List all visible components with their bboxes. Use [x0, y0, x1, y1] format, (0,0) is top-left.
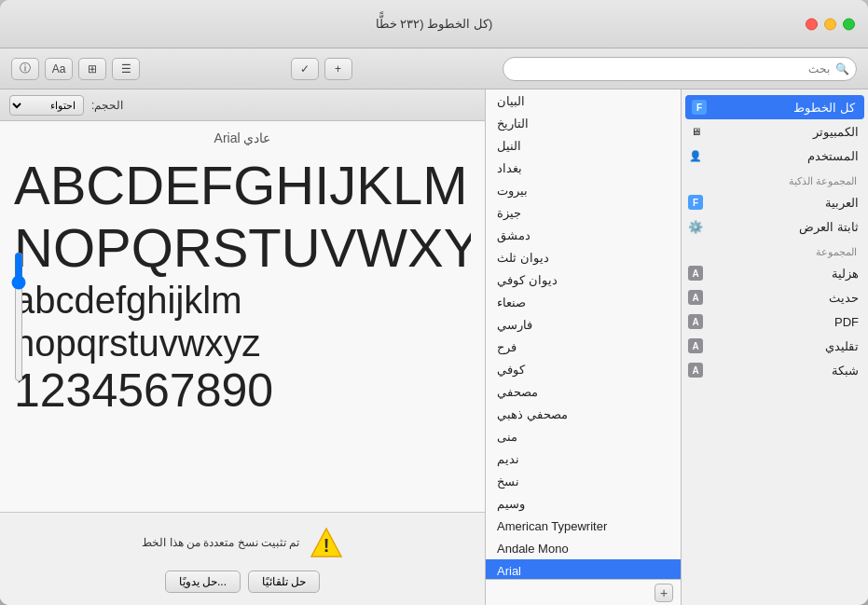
window-title: (كل الخطوط (٢٣٢ خطًّا	[376, 17, 493, 31]
font-type-badge: A	[688, 314, 703, 329]
sidebar: كل الخطوطFالكمبيوتر🖥المستخدم👤المجموعة ال…	[682, 89, 868, 605]
sidebar-section-header: المجموعة	[682, 239, 868, 261]
font-list-item[interactable]: مصحفي	[486, 380, 681, 403]
add-button[interactable]: +	[324, 58, 352, 80]
font-list-item[interactable]: فارسي	[486, 313, 681, 336]
sidebar-item-العربية[interactable]: العربيةF	[682, 190, 868, 214]
traffic-lights	[806, 18, 855, 30]
slider-area	[9, 177, 28, 456]
font-list-item[interactable]: منى	[486, 425, 681, 447]
font-list-panel: البيانالتاريخالنيلبغدادبيروتجيزةدمشقديوا…	[486, 89, 682, 605]
warning-content: ! تم تثبيت نسخ متعددة من هذا الخط	[142, 526, 342, 559]
sidebar-item-icon: A	[687, 338, 704, 353]
font-list: البيانالتاريخالنيلبغدادبيروتجيزةدمشقديوا…	[486, 89, 681, 579]
sidebar-item-label: العربية	[710, 196, 859, 210]
font-list-item[interactable]: جيزة	[486, 201, 681, 224]
toolbar-right-buttons: ⓘ Aa ⊞ ☰	[11, 58, 140, 80]
font-type-badge: A	[688, 266, 703, 281]
font-list-item[interactable]: وسيم	[486, 492, 681, 515]
sidebar-item-الكمبيوتر[interactable]: الكمبيوتر🖥	[682, 119, 868, 144]
sidebar-item-هزلية[interactable]: هزليةA	[682, 261, 868, 285]
sidebar-item-label: تقليدي	[710, 339, 859, 353]
preview-panel: الحجم: احتواء عادي Arial ABCDEFGHIJKLM N…	[0, 89, 486, 605]
sidebar-item-icon: 👤	[687, 148, 704, 163]
size-slider[interactable]	[9, 252, 28, 382]
font-list-item[interactable]: النيل	[486, 134, 681, 157]
info-button[interactable]: ⓘ	[11, 58, 39, 80]
sidebar-item-label: حديث	[710, 291, 859, 305]
sidebar-item-كل-الخطوط[interactable]: كل الخطوطF	[685, 95, 864, 119]
sidebar-item-label: كل الخطوط	[713, 101, 855, 115]
search-bar: 🔍	[503, 57, 857, 81]
sidebar-item-label: الكمبيوتر	[710, 125, 859, 139]
toolbar: ⓘ Aa ⊞ ☰ ✓ + 🔍	[0, 48, 868, 89]
gear-icon: ⚙️	[688, 220, 703, 234]
toolbar-middle: ✓ +	[291, 58, 352, 80]
font-list-item[interactable]: نسخ	[486, 470, 681, 492]
sidebar-item-label: PDF	[710, 315, 859, 329]
sidebar-item-label: المستخدم	[710, 149, 859, 163]
font-list-item[interactable]: بيروت	[486, 179, 681, 201]
sidebar-icon: 🖥	[691, 126, 701, 137]
sidebar-item-icon: F	[691, 100, 708, 115]
sidebar-item-حديث[interactable]: حديثA	[682, 285, 868, 309]
sidebar-item-تقليدي[interactable]: تقليديA	[682, 334, 868, 358]
sidebar-item-icon: A	[687, 290, 704, 305]
font-type-badge: A	[688, 290, 703, 305]
sidebar-icon: 👤	[689, 150, 702, 162]
sidebar-item-ثابتة-العرض[interactable]: ثابتة العرض⚙️	[682, 214, 868, 239]
font-list-item[interactable]: صنعاء	[486, 291, 681, 313]
preview-area: عادي Arial ABCDEFGHIJKLM NOPQRSTUVWXYZ a…	[0, 121, 485, 512]
sidebar-item-icon: A	[687, 363, 704, 378]
manual-resolve-button[interactable]: ...حل يدويًا	[165, 571, 241, 593]
font-list-item[interactable]: ديوان ثلث	[486, 246, 681, 268]
font-list-item[interactable]: ديوان كوفي	[486, 268, 681, 291]
sidebar-item-icon: 🖥	[687, 124, 704, 139]
font-list-item[interactable]: البيان	[486, 89, 681, 112]
search-icon: 🔍	[835, 62, 849, 76]
close-button[interactable]	[806, 18, 818, 30]
font-list-bottom: +	[486, 579, 681, 605]
font-list-item[interactable]: التاريخ	[486, 112, 681, 134]
font-badge-icon: F	[688, 195, 703, 210]
font-list-item[interactable]: كوفي	[486, 358, 681, 380]
maximize-button[interactable]	[843, 18, 855, 30]
sidebar-item-شبكة[interactable]: شبكةA	[682, 358, 868, 382]
auto-resolve-button[interactable]: حل تلقائيًا	[248, 571, 320, 593]
preview-line-5: 1234567890	[14, 364, 471, 419]
menu-button[interactable]: ☰	[112, 58, 140, 80]
sidebar-item-label: هزلية	[710, 267, 859, 281]
font-list-item[interactable]: Andale Mono	[486, 537, 681, 559]
font-type-badge: A	[688, 363, 703, 378]
sidebar-item-PDF[interactable]: PDFA	[682, 309, 868, 334]
size-label: الحجم:	[91, 99, 123, 112]
minimize-button[interactable]	[824, 18, 836, 30]
check-button[interactable]: ✓	[291, 58, 319, 80]
preview-line-2: NOPQRSTUVWXYZ	[14, 217, 471, 280]
font-list-item[interactable]: Arial	[486, 559, 681, 579]
preview-line-3: abcdefghijklm	[14, 279, 471, 322]
font-list-item[interactable]: فرح	[486, 336, 681, 358]
warning-buttons: حل تلقائيًا ...حل يدويًا	[165, 571, 321, 593]
sidebar-item-icon: F	[687, 195, 704, 210]
sidebar-item-icon: ⚙️	[687, 219, 704, 234]
size-dropdown[interactable]: احتواء	[9, 95, 84, 116]
sidebar-item-المستخدم[interactable]: المستخدم👤	[682, 144, 868, 168]
font-preview-button[interactable]: Aa	[45, 58, 73, 80]
add-font-button[interactable]: +	[654, 584, 673, 602]
search-input[interactable]	[503, 57, 857, 81]
warning-area: ! تم تثبيت نسخ متعددة من هذا الخط حل تلق…	[0, 512, 485, 605]
font-list-item[interactable]: American Typewriter	[486, 515, 681, 537]
font-list-item[interactable]: بغداد	[486, 157, 681, 179]
font-list-item[interactable]: دمشق	[486, 224, 681, 246]
font-badge-icon: F	[692, 100, 707, 115]
warning-icon: !	[310, 526, 343, 559]
sidebar-item-label: ثابتة العرض	[710, 220, 859, 234]
font-list-item[interactable]: مصحفي ذهبي	[486, 403, 681, 425]
font-name-label: عادي Arial	[14, 131, 471, 145]
sidebar-item-icon: A	[687, 314, 704, 329]
grid-button[interactable]: ⊞	[78, 58, 106, 80]
font-preview: ABCDEFGHIJKLM NOPQRSTUVWXYZ abcdefghijkl…	[14, 155, 471, 419]
font-list-item[interactable]: نديم	[486, 447, 681, 470]
main-content: الحجم: احتواء عادي Arial ABCDEFGHIJKLM N…	[0, 89, 868, 605]
